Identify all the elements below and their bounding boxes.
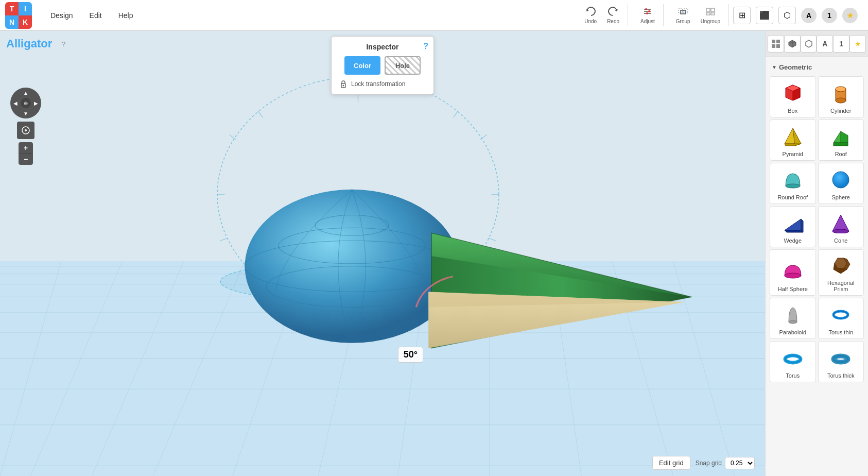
- redo-button[interactable]: Redo: [603, 4, 623, 26]
- hex-icon-btn[interactable]: [801, 35, 817, 53]
- svg-rect-63: [772, 40, 775, 43]
- shape-visual-roof: [828, 125, 854, 148]
- shape-name-torus_thick: Torus thick: [827, 372, 855, 379]
- group-label: Group: [676, 19, 690, 24]
- shape-name-cylinder: Cylinder: [830, 108, 851, 114]
- svg-marker-70: [806, 40, 812, 47]
- shape-item-round_roof[interactable]: Round Roof: [770, 163, 816, 204]
- shape-item-roof[interactable]: Roof: [818, 120, 864, 161]
- shape-name-roof: Roof: [835, 151, 847, 157]
- project-help-icon[interactable]: ?: [62, 40, 65, 48]
- svg-rect-10: [711, 8, 715, 12]
- group-button[interactable]: Group: [672, 4, 695, 26]
- snap-grid-row: Snap grid 0.25 0.5 1.0: [696, 457, 755, 469]
- shape-name-sphere: Sphere: [832, 194, 850, 200]
- pan-center-btn[interactable]: ⊕: [21, 98, 31, 108]
- 3d-scene: [0, 31, 765, 476]
- shape-item-hex_prism[interactable]: Hexagonal Prism: [818, 249, 864, 296]
- svg-point-5: [646, 12, 648, 14]
- snap-label: Snap grid: [696, 460, 722, 467]
- grid-icon-btn[interactable]: [768, 35, 784, 53]
- pan-right-arrow[interactable]: ▶: [31, 98, 41, 108]
- shape-item-cylinder[interactable]: Cylinder: [818, 76, 864, 117]
- shape-visual-torus: [780, 347, 806, 369]
- shape-item-pyramid[interactable]: Pyramid: [770, 120, 816, 161]
- svg-marker-87: [785, 230, 803, 232]
- cube-icon: [788, 39, 797, 48]
- shape-item-torus_thick[interactable]: Torus thick: [818, 341, 864, 382]
- home-view-button[interactable]: [17, 122, 34, 139]
- svg-point-14: [25, 129, 27, 131]
- ungroup-button[interactable]: Ungroup: [697, 4, 724, 26]
- nav-help[interactable]: Help: [110, 7, 142, 24]
- adjust-button[interactable]: Adjust: [636, 4, 659, 26]
- hole-button[interactable]: Hole: [385, 56, 421, 75]
- redo-icon: [607, 6, 619, 16]
- toolbar: Undo Redo Adjust: [576, 4, 863, 26]
- shape-item-sphere[interactable]: Sphere: [818, 163, 864, 204]
- svg-marker-79: [785, 144, 801, 146]
- pan-left-arrow[interactable]: ◀: [10, 98, 21, 108]
- shape-visual-paraboloid: [780, 303, 806, 326]
- shape-item-paraboloid[interactable]: Paraboloid: [770, 298, 816, 339]
- edit-grid-button[interactable]: Edit grid: [652, 456, 690, 470]
- svg-rect-66: [776, 44, 780, 48]
- letter-a-btn[interactable]: A: [817, 35, 833, 53]
- cube-icon-btn[interactable]: [784, 35, 801, 53]
- shape-item-torus_thin[interactable]: Torus thin: [818, 298, 864, 339]
- star-btn[interactable]: ★: [849, 35, 866, 53]
- pan-control[interactable]: ▲ ◀ ⊕ ▶ ▼: [10, 88, 41, 118]
- pan-down-arrow[interactable]: ▼: [21, 108, 31, 118]
- shape-item-cone[interactable]: Cone: [818, 206, 864, 247]
- home-icon: [21, 126, 30, 135]
- shapes-grid: Box Cylinder Pyramid Roof: [768, 74, 866, 384]
- svg-point-94: [789, 320, 797, 324]
- group-icon: [678, 6, 689, 16]
- cube-view-icon[interactable]: ⬛: [756, 7, 773, 24]
- svg-point-89: [832, 229, 849, 233]
- logo-i: I: [19, 2, 32, 15]
- camera-controls: ▲ ◀ ⊕ ▶ ▼ + −: [10, 88, 41, 165]
- shape-item-box[interactable]: Box: [770, 76, 816, 117]
- section-chevron[interactable]: ▼: [772, 64, 777, 70]
- zoom-in-button[interactable]: +: [19, 142, 33, 154]
- section-label: Geometric: [779, 63, 812, 71]
- app-logo[interactable]: T I N K: [5, 2, 32, 29]
- nav-design[interactable]: Design: [42, 7, 81, 24]
- svg-point-84: [832, 172, 849, 188]
- svg-rect-9: [706, 8, 710, 12]
- shape-visual-torus_thick: [828, 347, 854, 369]
- color-button[interactable]: Color: [344, 56, 380, 75]
- project-title: Alligator: [6, 37, 52, 50]
- svg-point-4: [648, 10, 650, 12]
- shape-view-icon[interactable]: ⬡: [778, 7, 796, 24]
- inspector-help-icon[interactable]: ?: [423, 42, 428, 51]
- 3d-viewport[interactable]: Alligator ? ▲ ◀ ⊕ ▶ ▼ + −: [0, 31, 765, 476]
- letter-a-icon[interactable]: A: [801, 8, 817, 23]
- number-1-icon[interactable]: 1: [822, 8, 837, 23]
- shape-name-pyramid: Pyramid: [783, 151, 803, 157]
- grid-view-icon[interactable]: ⊞: [733, 7, 751, 24]
- star-icon[interactable]: ★: [842, 8, 858, 23]
- shape-visual-wedge: [780, 212, 806, 234]
- svg-marker-88: [832, 215, 849, 231]
- panel-collapse-handle[interactable]: ›: [765, 243, 766, 264]
- svg-rect-12: [711, 13, 715, 15]
- shape-visual-cylinder: [828, 82, 854, 105]
- shape-name-paraboloid: Paraboloid: [779, 329, 806, 335]
- svg-point-83: [786, 184, 800, 188]
- shape-item-half_sphere[interactable]: Half Sphere: [770, 249, 816, 296]
- svg-rect-64: [776, 40, 780, 43]
- number-1-btn[interactable]: 1: [833, 35, 849, 53]
- zoom-out-button[interactable]: −: [19, 154, 33, 165]
- nav-edit[interactable]: Edit: [81, 7, 110, 24]
- redo-label: Redo: [607, 19, 619, 24]
- shape-item-torus[interactable]: Torus: [770, 341, 816, 382]
- svg-rect-8: [681, 10, 686, 14]
- undo-button[interactable]: Undo: [580, 4, 601, 26]
- shape-item-wedge[interactable]: Wedge: [770, 206, 816, 247]
- snap-value-select[interactable]: 0.25 0.5 1.0: [725, 457, 755, 469]
- shape-name-round_roof: Round Roof: [777, 194, 808, 200]
- pan-up-arrow[interactable]: ▲: [21, 88, 31, 98]
- shape-visual-cone: [828, 212, 854, 234]
